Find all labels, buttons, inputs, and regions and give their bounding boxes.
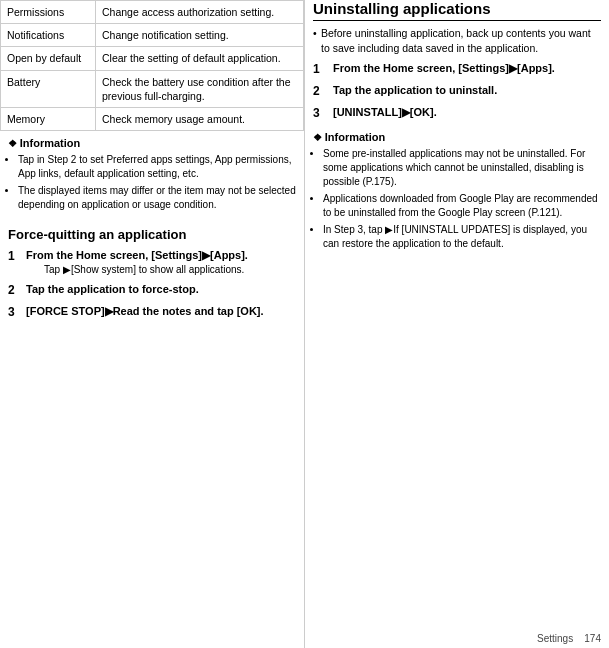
table-cell-value: Check memory usage amount. — [96, 107, 304, 130]
left-info-heading: Information — [8, 137, 296, 149]
footer-page: 174 — [584, 633, 601, 644]
table-row: MemoryCheck memory usage amount. — [1, 107, 304, 130]
left-info-list: Tap in Step 2 to set Preferred apps sett… — [8, 153, 296, 212]
table-cell-label: Permissions — [1, 1, 96, 24]
table-cell-label: Notifications — [1, 24, 96, 47]
uninstall-intro: Before uninstalling application, back up… — [313, 26, 601, 55]
left-column: PermissionsChange access authorization s… — [0, 0, 305, 648]
step-text: [FORCE STOP]▶Read the notes and tap [OK]… — [26, 304, 264, 319]
step-content: Tap the application to force-stop. — [26, 282, 199, 297]
right-column: Uninstalling applications Before uninsta… — [305, 0, 609, 648]
step-row: 2Tap the application to force-stop. — [8, 282, 296, 299]
step-content: [FORCE STOP]▶Read the notes and tap [OK]… — [26, 304, 264, 319]
step-sub: Tap ▶[Show system] to show all applicati… — [44, 263, 248, 277]
uninstall-info-list: Some pre-installed applications may not … — [313, 147, 601, 251]
force-quit-title: Force-quitting an application — [8, 227, 296, 242]
list-item: Applications downloaded from Google Play… — [323, 192, 601, 220]
table-cell-value: Change access authorization setting. — [96, 1, 304, 24]
table-row: BatteryCheck the battery use condition a… — [1, 70, 304, 107]
step-text: Tap the application to force-stop. — [26, 282, 199, 297]
settings-table: PermissionsChange access authorization s… — [0, 0, 304, 131]
footer: Settings 174 — [537, 633, 601, 644]
table-cell-value: Check the battery use condition after th… — [96, 70, 304, 107]
table-cell-label: Open by default — [1, 47, 96, 70]
list-item: The displayed items may differ or the it… — [18, 184, 296, 212]
table-row: Open by defaultClear the setting of defa… — [1, 47, 304, 70]
step-number: 3 — [8, 304, 26, 321]
uninstall-info-heading: Information — [313, 131, 601, 143]
right-step-text: From the Home screen, [Settings]▶[Apps]. — [333, 61, 555, 76]
table-row: NotificationsChange notification setting… — [1, 24, 304, 47]
table-row: PermissionsChange access authorization s… — [1, 1, 304, 24]
step-number: 1 — [8, 248, 26, 265]
step-row: 1From the Home screen, [Settings]▶[Apps]… — [8, 248, 296, 277]
right-step-number: 1 — [313, 61, 333, 78]
step-text: From the Home screen, [Settings]▶[Apps]. — [26, 248, 248, 263]
list-item: In Step 3, tap ▶If [UNINSTALL UPDATES] i… — [323, 223, 601, 251]
right-step-row: 1From the Home screen, [Settings]▶[Apps]… — [313, 61, 601, 78]
table-cell-label: Battery — [1, 70, 96, 107]
right-step-row: 3[UNINSTALL]▶[OK]. — [313, 105, 601, 122]
list-item: Some pre-installed applications may not … — [323, 147, 601, 189]
right-step-number: 3 — [313, 105, 333, 122]
uninstall-title: Uninstalling applications — [313, 0, 601, 21]
right-step-text: [UNINSTALL]▶[OK]. — [333, 105, 437, 120]
force-quit-section: Force-quitting an application 1From the … — [0, 221, 304, 332]
table-cell-value: Clear the setting of default application… — [96, 47, 304, 70]
list-item: Tap in Step 2 to set Preferred apps sett… — [18, 153, 296, 181]
left-info-block: Information Tap in Step 2 to set Preferr… — [0, 131, 304, 221]
right-step-row: 2Tap the application to uninstall. — [313, 83, 601, 100]
step-number: 2 — [8, 282, 26, 299]
step-row: 3[FORCE STOP]▶Read the notes and tap [OK… — [8, 304, 296, 321]
right-step-number: 2 — [313, 83, 333, 100]
table-cell-value: Change notification setting. — [96, 24, 304, 47]
step-content: From the Home screen, [Settings]▶[Apps].… — [26, 248, 248, 277]
table-cell-label: Memory — [1, 107, 96, 130]
right-step-text: Tap the application to uninstall. — [333, 83, 497, 98]
uninstall-info-block: Information Some pre-installed applicati… — [313, 127, 601, 258]
footer-label: Settings — [537, 633, 573, 644]
